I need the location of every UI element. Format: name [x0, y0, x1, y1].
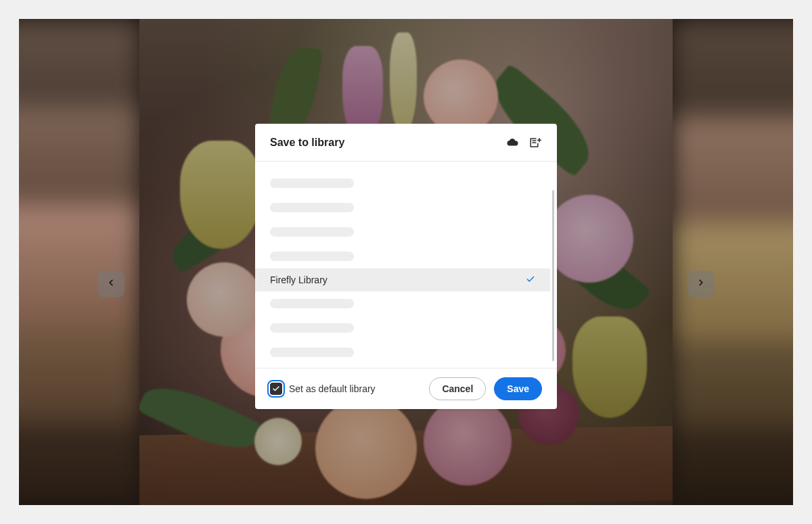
library-item-placeholder[interactable] [255, 316, 550, 340]
create-library-icon[interactable] [528, 136, 542, 149]
set-default-checkbox[interactable] [270, 383, 282, 395]
dialog-header: Save to library [255, 124, 557, 162]
library-item-placeholder[interactable] [255, 340, 550, 364]
save-button[interactable]: Save [494, 377, 542, 400]
check-icon [526, 275, 535, 286]
backdrop-blur-left [19, 19, 141, 505]
image-viewer-stage: Save to library Firefly Library [19, 19, 793, 505]
next-image-button[interactable] [687, 270, 715, 297]
chevron-left-icon [106, 278, 116, 290]
library-item-placeholder[interactable] [255, 195, 550, 220]
chevron-right-icon [696, 278, 706, 290]
library-item-selected[interactable]: Firefly Library [255, 268, 550, 291]
library-item-label: Firefly Library [270, 275, 526, 285]
previous-image-button[interactable] [97, 270, 125, 297]
library-item-placeholder[interactable] [255, 220, 550, 244]
library-item-placeholder[interactable] [255, 291, 550, 316]
dialog-title: Save to library [270, 137, 496, 149]
set-default-label: Set as default library [289, 383, 376, 394]
backdrop-blur-right [671, 19, 793, 505]
save-to-library-dialog: Save to library Firefly Library [255, 124, 557, 409]
library-list[interactable]: Firefly Library [255, 162, 557, 368]
dialog-footer: Set as default library Cancel Save [255, 368, 557, 409]
library-item-placeholder[interactable] [255, 171, 550, 195]
scrollbar[interactable] [552, 190, 554, 361]
cancel-button[interactable]: Cancel [429, 377, 486, 400]
cloud-icon[interactable] [505, 136, 519, 149]
library-item-placeholder[interactable] [255, 244, 550, 268]
